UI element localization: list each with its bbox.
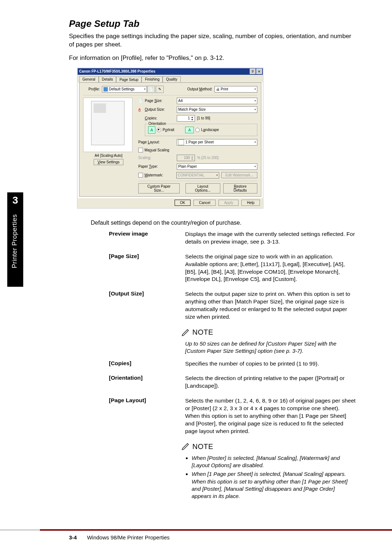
edit-watermark-button: Edit Watermark... (221, 172, 257, 178)
desc-orientation: Selects the direction of printing relati… (185, 375, 356, 390)
paper-type-value: Plain Paper (178, 164, 197, 168)
output-size-icon: A̲ (138, 107, 145, 111)
page-number: 3-4 (69, 534, 77, 540)
restore-defaults-button[interactable]: Restore Defaults (223, 183, 257, 193)
tab-page-setup[interactable]: Page Setup (116, 77, 142, 83)
desc-copies: Specifies the number of copies to be pri… (185, 360, 356, 368)
desc-preview-image: Displays the image with the currently se… (185, 230, 356, 246)
footer-text: Windows 98/Me Printer Properties (87, 534, 170, 540)
output-method-combo[interactable]: 🖨 Print ▾ (215, 86, 257, 93)
scaling-input: 100 ▲▼ (177, 155, 195, 161)
page-layout-value: 1 Page per Sheet (185, 140, 214, 144)
output-size-label: Output Size: (145, 107, 177, 111)
definitions-table: Preview image Displays the image with th… (109, 230, 356, 321)
profile-icon (103, 87, 108, 91)
page-size-combo[interactable]: A4▾ (177, 98, 257, 104)
portrait-icon: A (148, 126, 155, 134)
defaults-depend-note: Default settings depend on the country/r… (91, 220, 356, 226)
note2-bullet-1: When [Poster] is selected, [Manual Scali… (192, 454, 356, 469)
term-orientation: [Orientation] (109, 375, 185, 390)
titlebar-close-button[interactable]: × (256, 69, 262, 74)
manual-scaling-label: Manual Scaling (144, 148, 169, 152)
portrait-label: Portrait (163, 128, 174, 132)
note-icon (181, 328, 189, 336)
note-body-2: When [Poster] is selected, [Manual Scali… (185, 454, 356, 500)
term-preview-image: Preview image (109, 230, 185, 246)
page-layout-icon (178, 139, 184, 145)
paper-type-combo[interactable]: Plain Paper▾ (177, 163, 257, 170)
tab-details[interactable]: Details (99, 76, 117, 82)
output-size-combo[interactable]: Match Page Size▾ (177, 106, 257, 113)
tab-quality[interactable]: Quality (163, 76, 180, 82)
scaling-range: % [25 to 200] (197, 156, 219, 160)
page-layout-label: Page Layout: (138, 140, 177, 144)
page-size-value: A4 (178, 99, 183, 103)
landscape-radio[interactable] (195, 128, 200, 132)
term-output-size: [Output Size] (109, 290, 185, 321)
page-size-label: Page Size: (145, 99, 177, 103)
profile-edit-icon[interactable]: ✎ (156, 86, 164, 93)
ok-button[interactable]: OK (175, 200, 191, 206)
copies-range: [1 to 99] (197, 116, 210, 120)
dialog-title: Canon FP-L170/MF350/L380/L398 Properties (79, 69, 155, 73)
portrait-radio[interactable] (157, 128, 161, 132)
scaling-label: Scaling: (138, 156, 177, 160)
cancel-button[interactable]: Cancel (193, 200, 216, 206)
term-page-size: [Page Size] (109, 253, 185, 283)
apply-button: Apply (219, 200, 238, 206)
tab-finishing[interactable]: Finishing (142, 76, 163, 82)
landscape-label: Landscape (201, 128, 219, 132)
properties-dialog: Canon FP-L170/MF350/L380/L398 Properties… (77, 68, 264, 209)
note-label-1: NOTE (192, 328, 213, 336)
profile-label: Profile: (83, 87, 102, 91)
copies-input[interactable]: 1 ▲▼ (177, 115, 195, 122)
dialog-titlebar: Canon FP-L170/MF350/L380/L398 Properties… (78, 68, 263, 75)
intro-paragraph-1: Specifies the page settings including th… (69, 32, 356, 49)
watermark-checkbox[interactable] (138, 173, 143, 177)
tab-general[interactable]: General (79, 76, 99, 82)
orientation-group-label: Orientation (147, 122, 167, 126)
printer-icon: 🖨 (216, 87, 220, 91)
watermark-value: CONFIDENTIAL (178, 173, 204, 177)
page-footer: 3-4 Windows 98/Me Printer Properties (0, 529, 392, 540)
output-size-value: Match Page Size (178, 107, 206, 111)
watermark-combo: CONFIDENTIAL▾ (176, 172, 219, 179)
desc-page-layout: Selects the number (1, 2, 4, 6, 8, 9 or … (185, 397, 356, 435)
output-method-label: Output Method: (187, 87, 215, 91)
manual-scaling-checkbox[interactable] (138, 148, 143, 152)
desc-page-size: Selects the original page size to work w… (185, 253, 356, 283)
note-label-2: NOTE (192, 442, 213, 451)
page-layout-combo[interactable]: 1 Page per Sheet ▾ (177, 139, 257, 146)
term-copies: [Copies] (109, 360, 185, 368)
copies-value: 1 (188, 116, 190, 120)
desc-output-size: Selects the output paper size to print o… (185, 290, 356, 321)
custom-paper-size-button[interactable]: Custom Paper Size... (138, 183, 180, 193)
output-method-value: Print (221, 87, 228, 91)
intro-paragraph-2: For information on [Profile], refer to "… (69, 54, 356, 62)
layout-options-button[interactable]: Layout Options... (185, 183, 220, 193)
dialog-tabs: General Details Page Setup Finishing Qua… (78, 75, 263, 82)
help-button[interactable]: Help (241, 200, 260, 206)
preview-image (83, 98, 132, 152)
view-settings-button[interactable]: View Settings (94, 159, 123, 165)
section-heading: Page Setup Tab (69, 18, 356, 29)
titlebar-help-button[interactable]: ? (250, 69, 256, 74)
page-size-icon: 📄 (138, 99, 145, 103)
note-body-1: Up to 50 sizes can be defined for [Custo… (185, 340, 356, 355)
term-page-layout: [Page Layout] (109, 397, 185, 435)
profile-combo[interactable]: Default Settings ▾ (102, 86, 147, 93)
paper-type-label: Paper Type: (138, 164, 177, 168)
profile-value: Default Settings (109, 87, 135, 91)
scaling-value: 100 (184, 156, 190, 160)
landscape-icon: A (185, 127, 194, 133)
profile-add-icon[interactable]: 📄 (147, 86, 155, 93)
copies-label: Copies: (145, 116, 177, 120)
note-icon-2 (181, 442, 189, 450)
note2-bullet-2: When [1 Page per Sheet] is selected, [Ma… (192, 470, 356, 500)
watermark-label: Watermark: (144, 173, 176, 177)
preview-caption: A4 [Scaling:Auto] (83, 154, 134, 158)
